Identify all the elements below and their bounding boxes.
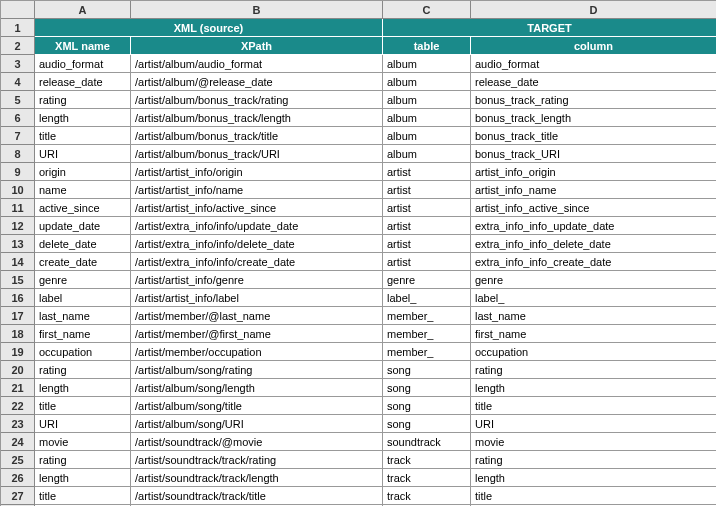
cell-C27[interactable]: track <box>383 487 471 505</box>
cell-C4[interactable]: album <box>383 73 471 91</box>
cell-D4[interactable]: release_date <box>471 73 716 91</box>
cell-C8[interactable]: album <box>383 145 471 163</box>
cell-C14[interactable]: artist <box>383 253 471 271</box>
cell-A18[interactable]: first_name <box>35 325 131 343</box>
cell-A22[interactable]: title <box>35 397 131 415</box>
cell-A11[interactable]: active_since <box>35 199 131 217</box>
cell-D13[interactable]: extra_info_info_delete_date <box>471 235 716 253</box>
cell-C16[interactable]: label_ <box>383 289 471 307</box>
rowhead-26[interactable]: 26 <box>1 469 35 487</box>
cell-D7[interactable]: bonus_track_title <box>471 127 716 145</box>
cell-A14[interactable]: create_date <box>35 253 131 271</box>
cell-B18[interactable]: /artist/member/@first_name <box>131 325 383 343</box>
cell-B7[interactable]: /artist/album/bonus_track/title <box>131 127 383 145</box>
cell-D16[interactable]: label_ <box>471 289 716 307</box>
cell-D6[interactable]: bonus_track_length <box>471 109 716 127</box>
rowhead-19[interactable]: 19 <box>1 343 35 361</box>
rowhead-7[interactable]: 7 <box>1 127 35 145</box>
cell-C12[interactable]: artist <box>383 217 471 235</box>
subheader-xml-name[interactable]: XML name <box>35 37 131 55</box>
cell-A3[interactable]: audio_format <box>35 55 131 73</box>
colhead-D[interactable]: D <box>471 1 716 19</box>
rowhead-18[interactable]: 18 <box>1 325 35 343</box>
rowhead-3[interactable]: 3 <box>1 55 35 73</box>
cell-B9[interactable]: /artist/artist_info/origin <box>131 163 383 181</box>
cell-B24[interactable]: /artist/soundtrack/@movie <box>131 433 383 451</box>
cell-D23[interactable]: URI <box>471 415 716 433</box>
cell-C15[interactable]: genre <box>383 271 471 289</box>
subheader-column[interactable]: column <box>471 37 716 55</box>
cell-A15[interactable]: genre <box>35 271 131 289</box>
cell-B25[interactable]: /artist/soundtrack/track/rating <box>131 451 383 469</box>
cell-A13[interactable]: delete_date <box>35 235 131 253</box>
cell-B13[interactable]: /artist/extra_info/info/delete_date <box>131 235 383 253</box>
cell-A24[interactable]: movie <box>35 433 131 451</box>
cell-A9[interactable]: origin <box>35 163 131 181</box>
cell-A21[interactable]: length <box>35 379 131 397</box>
colhead-B[interactable]: B <box>131 1 383 19</box>
cell-D8[interactable]: bonus_track_URI <box>471 145 716 163</box>
corner-cell[interactable] <box>1 1 35 19</box>
cell-A6[interactable]: length <box>35 109 131 127</box>
cell-D17[interactable]: last_name <box>471 307 716 325</box>
cell-C24[interactable]: soundtrack <box>383 433 471 451</box>
cell-B8[interactable]: /artist/album/bonus_track/URI <box>131 145 383 163</box>
rowhead-25[interactable]: 25 <box>1 451 35 469</box>
cell-C7[interactable]: album <box>383 127 471 145</box>
cell-A5[interactable]: rating <box>35 91 131 109</box>
cell-B17[interactable]: /artist/member/@last_name <box>131 307 383 325</box>
cell-A25[interactable]: rating <box>35 451 131 469</box>
rowhead-24[interactable]: 24 <box>1 433 35 451</box>
cell-A17[interactable]: last_name <box>35 307 131 325</box>
cell-B15[interactable]: /artist/artist_info/genre <box>131 271 383 289</box>
cell-B16[interactable]: /artist/artist_info/label <box>131 289 383 307</box>
cell-B4[interactable]: /artist/album/@release_date <box>131 73 383 91</box>
cell-C20[interactable]: song <box>383 361 471 379</box>
cell-C22[interactable]: song <box>383 397 471 415</box>
cell-A26[interactable]: length <box>35 469 131 487</box>
cell-C18[interactable]: member_ <box>383 325 471 343</box>
rowhead-22[interactable]: 22 <box>1 397 35 415</box>
cell-D20[interactable]: rating <box>471 361 716 379</box>
cell-D3[interactable]: audio_format <box>471 55 716 73</box>
cell-B11[interactable]: /artist/artist_info/active_since <box>131 199 383 217</box>
cell-D9[interactable]: artist_info_origin <box>471 163 716 181</box>
cell-B14[interactable]: /artist/extra_info/info/create_date <box>131 253 383 271</box>
cell-B5[interactable]: /artist/album/bonus_track/rating <box>131 91 383 109</box>
cell-A27[interactable]: title <box>35 487 131 505</box>
cell-A4[interactable]: release_date <box>35 73 131 91</box>
rowhead-15[interactable]: 15 <box>1 271 35 289</box>
header-xml-source[interactable]: XML (source) <box>35 19 383 37</box>
rowhead-9[interactable]: 9 <box>1 163 35 181</box>
cell-D10[interactable]: artist_info_name <box>471 181 716 199</box>
cell-C5[interactable]: album <box>383 91 471 109</box>
cell-D14[interactable]: extra_info_info_create_date <box>471 253 716 271</box>
cell-A10[interactable]: name <box>35 181 131 199</box>
rowhead-14[interactable]: 14 <box>1 253 35 271</box>
cell-B27[interactable]: /artist/soundtrack/track/title <box>131 487 383 505</box>
rowhead-17[interactable]: 17 <box>1 307 35 325</box>
rowhead-11[interactable]: 11 <box>1 199 35 217</box>
cell-B6[interactable]: /artist/album/bonus_track/length <box>131 109 383 127</box>
cell-C19[interactable]: member_ <box>383 343 471 361</box>
colhead-A[interactable]: A <box>35 1 131 19</box>
cell-C17[interactable]: member_ <box>383 307 471 325</box>
cell-B21[interactable]: /artist/album/song/length <box>131 379 383 397</box>
cell-B23[interactable]: /artist/album/song/URI <box>131 415 383 433</box>
cell-D15[interactable]: genre <box>471 271 716 289</box>
rowhead-1[interactable]: 1 <box>1 19 35 37</box>
cell-D26[interactable]: length <box>471 469 716 487</box>
colhead-C[interactable]: C <box>383 1 471 19</box>
cell-C11[interactable]: artist <box>383 199 471 217</box>
cell-C13[interactable]: artist <box>383 235 471 253</box>
rowhead-2[interactable]: 2 <box>1 37 35 55</box>
cell-D5[interactable]: bonus_track_rating <box>471 91 716 109</box>
cell-A12[interactable]: update_date <box>35 217 131 235</box>
cell-D22[interactable]: title <box>471 397 716 415</box>
rowhead-5[interactable]: 5 <box>1 91 35 109</box>
cell-D24[interactable]: movie <box>471 433 716 451</box>
cell-A19[interactable]: occupation <box>35 343 131 361</box>
rowhead-23[interactable]: 23 <box>1 415 35 433</box>
cell-B10[interactable]: /artist/artist_info/name <box>131 181 383 199</box>
cell-D21[interactable]: length <box>471 379 716 397</box>
